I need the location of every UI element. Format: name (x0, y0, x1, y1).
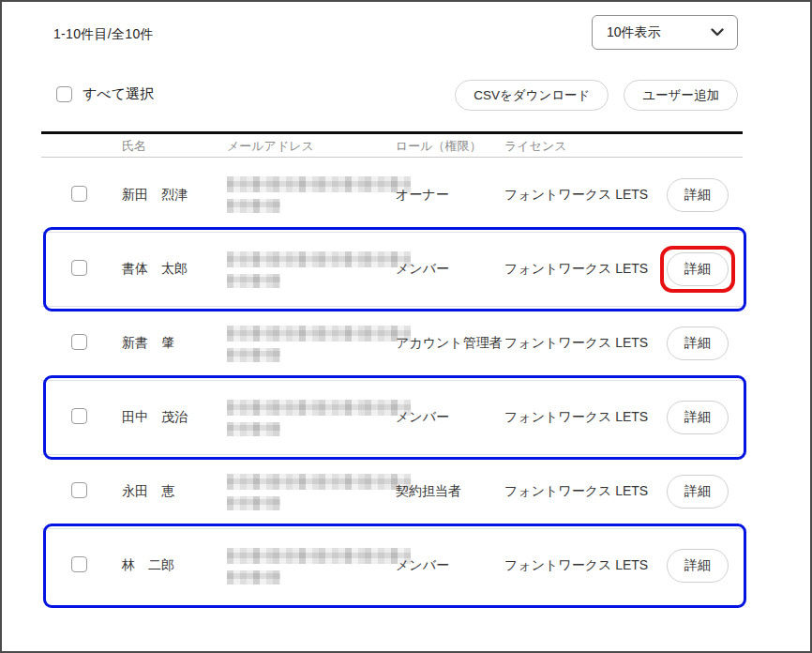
user-name: 書体 太郎 (122, 261, 227, 278)
user-name: 林 二郎 (122, 557, 227, 574)
detail-button-wrap: 詳細 (667, 475, 729, 509)
redacted-email-line1 (227, 251, 411, 267)
select-all-control[interactable]: すべて選択 (56, 85, 154, 103)
select-all-checkbox[interactable] (56, 86, 72, 102)
detail-button[interactable]: 詳細 (667, 178, 729, 212)
detail-cell: 詳細 (653, 326, 743, 360)
page-size-value: 10件表示 (607, 24, 661, 41)
user-license: フォントワークス LETS (504, 483, 653, 500)
column-header-role: ロール（権限） (396, 137, 504, 155)
row-checkbox-cell (41, 186, 122, 205)
detail-cell: 詳細 (653, 475, 743, 509)
table-header-row: 氏名 メールアドレス ロール（権限） ライセンス (41, 131, 743, 158)
user-license: フォントワークス LETS (504, 187, 653, 204)
user-license: フォントワークス LETS (504, 409, 653, 426)
user-name: 田中 茂治 (122, 409, 227, 426)
detail-cell: 詳細 (653, 549, 743, 583)
redacted-email-line2 (227, 570, 280, 585)
row-checkbox[interactable] (71, 334, 87, 350)
user-role: オーナー (396, 187, 504, 204)
header-checkbox-spacer (41, 145, 122, 146)
table-body: 新田 烈津 オーナー フォントワークス LETS 詳細 書体 太郎 メンバー フ… (41, 158, 743, 602)
page-size-dropdown[interactable]: 10件表示 (592, 15, 738, 50)
detail-button-wrap: 詳細 (667, 401, 729, 434)
detail-button[interactable]: 詳細 (667, 549, 729, 583)
table-row: 田中 茂治 メンバー フォントワークス LETS 詳細 (41, 380, 743, 454)
row-checkbox[interactable] (71, 260, 87, 276)
detail-button-wrap: 詳細 (667, 326, 729, 360)
table-row: 永田 恵 契約担当者 フォントワークス LETS 詳細 (41, 454, 743, 528)
redacted-email-line1 (227, 400, 411, 416)
table-row: 書体 太郎 メンバー フォントワークス LETS 詳細 (41, 232, 743, 306)
user-role: メンバー (396, 261, 504, 278)
table-row: 新書 肇 アカウント管理者 フォントワークス LETS 詳細 (41, 306, 743, 380)
user-name: 新田 烈津 (122, 187, 227, 204)
user-role: メンバー (396, 557, 504, 574)
row-checkbox[interactable] (71, 186, 87, 202)
redacted-email-line1 (227, 326, 411, 342)
row-checkbox-cell (41, 408, 122, 427)
redacted-email-line2 (227, 199, 280, 213)
user-email-redacted (227, 176, 396, 213)
user-license: フォントワークス LETS (504, 557, 653, 574)
user-email-redacted (227, 326, 396, 362)
detail-button-wrap: 詳細 (667, 178, 729, 212)
redacted-email-line1 (227, 548, 411, 564)
toolbar-buttons: CSVをダウンロード ユーザー追加 (455, 80, 738, 111)
row-checkbox-cell (41, 260, 122, 279)
user-role: アカウント管理者 (396, 335, 504, 352)
detail-cell: 詳細 (653, 252, 743, 286)
detail-button[interactable]: 詳細 (667, 252, 729, 286)
redacted-email-line2 (227, 422, 280, 436)
detail-button[interactable]: 詳細 (667, 326, 729, 360)
user-email-redacted (227, 251, 396, 288)
select-all-label: すべて選択 (83, 85, 154, 103)
user-license: フォントワークス LETS (504, 335, 653, 352)
download-csv-button[interactable]: CSVをダウンロード (455, 80, 609, 111)
user-role: 契約担当者 (396, 483, 504, 500)
redacted-email-line2 (227, 348, 280, 362)
user-email-redacted (227, 400, 396, 436)
detail-cell: 詳細 (653, 401, 743, 434)
user-email-redacted (227, 548, 396, 585)
result-count: 1-10件目/全10件 (53, 26, 154, 43)
user-role: メンバー (396, 409, 504, 426)
user-name: 永田 恵 (122, 483, 227, 500)
column-header-license: ライセンス (504, 137, 653, 155)
row-checkbox[interactable] (71, 556, 87, 572)
row-checkbox-cell (41, 334, 122, 353)
user-license: フォントワークス LETS (504, 261, 653, 278)
header-detail-spacer (653, 145, 743, 146)
redacted-email-line2 (227, 496, 280, 510)
user-email-redacted (227, 474, 396, 510)
redacted-email-line2 (227, 274, 280, 288)
row-checkbox-cell (41, 482, 122, 501)
user-management-page: 1-10件目/全10件 10件表示 すべて選択 CSVをダウンロード ユーザー追… (0, 0, 812, 653)
detail-button-wrap: 詳細 (667, 252, 729, 286)
redacted-email-line1 (227, 176, 411, 192)
row-checkbox-cell (41, 556, 122, 575)
detail-button-wrap: 詳細 (667, 549, 729, 583)
table-row: 新田 烈津 オーナー フォントワークス LETS 詳細 (41, 158, 743, 232)
add-user-button[interactable]: ユーザー追加 (624, 80, 738, 111)
user-table: 氏名 メールアドレス ロール（権限） ライセンス 新田 烈津 オーナー フォント… (41, 131, 743, 602)
row-checkbox[interactable] (71, 408, 87, 424)
column-header-name: 氏名 (122, 137, 227, 155)
detail-cell: 詳細 (653, 178, 743, 212)
chevron-down-icon (711, 28, 724, 37)
table-row: 林 二郎 メンバー フォントワークス LETS 詳細 (41, 528, 743, 602)
row-checkbox[interactable] (71, 482, 87, 498)
detail-button[interactable]: 詳細 (667, 475, 729, 509)
user-name: 新書 肇 (122, 335, 227, 352)
column-header-email: メールアドレス (227, 137, 396, 155)
redacted-email-line1 (227, 474, 411, 490)
detail-button[interactable]: 詳細 (667, 401, 729, 434)
